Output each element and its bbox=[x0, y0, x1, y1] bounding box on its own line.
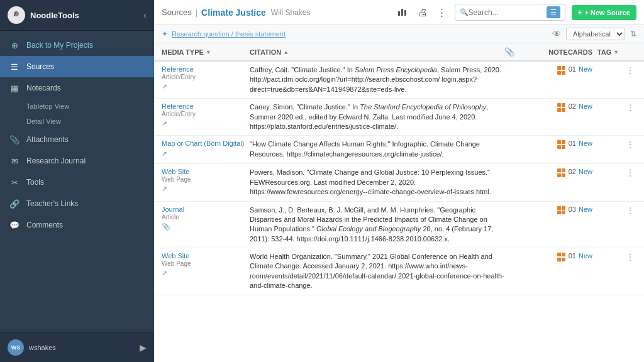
external-link-icon[interactable]: ➚ bbox=[162, 119, 250, 128]
external-link-icon[interactable]: ➚ bbox=[162, 82, 250, 90]
external-link-icon[interactable]: ➚ bbox=[162, 150, 250, 158]
eye-icon[interactable]: 👁 bbox=[552, 29, 561, 39]
sidebar-nav: ⊕ Back to My Projects ☰ Sources ▦ Noteca… bbox=[0, 31, 154, 332]
notecards-icon: ▦ bbox=[9, 82, 20, 94]
table-row: Web Site Web Page ➚ Powers, Madison. "Cl… bbox=[154, 164, 644, 201]
sidebar-item-detail[interactable]: Detail View bbox=[0, 114, 154, 129]
row-more-button[interactable]: ⋮ bbox=[624, 168, 636, 178]
media-type-cell: Web Site Web Page ➚ bbox=[162, 168, 250, 193]
new-source-button[interactable]: + + New Source bbox=[572, 5, 636, 20]
row-more-button[interactable]: ⋮ bbox=[624, 65, 636, 75]
avatar: WS bbox=[8, 339, 24, 356]
sidebar-item-label: Back to My Projects bbox=[26, 41, 93, 50]
media-type-link[interactable]: Web Site bbox=[162, 252, 250, 260]
sidebar-item-attachments[interactable]: 📎 Attachments bbox=[0, 129, 154, 150]
svg-rect-3 bbox=[401, 9, 403, 16]
sidebar-toggle-icon[interactable]: ‹ bbox=[143, 10, 147, 20]
subheader: ✦ Research question / thesis statement 👁… bbox=[154, 25, 644, 43]
sort-options-icon[interactable]: ⇅ bbox=[630, 30, 636, 38]
sort-arrow-media-type[interactable]: ▼ bbox=[206, 49, 211, 55]
comments-icon: 💬 bbox=[9, 219, 20, 231]
bar-chart-icon[interactable] bbox=[396, 4, 409, 20]
citation-cell: Caffrey, Cait. "Climate Justice." In Sal… bbox=[250, 65, 504, 94]
thesis-link[interactable]: Research question / thesis statement bbox=[172, 30, 286, 38]
sidebar-item-sources[interactable]: ☰ Sources bbox=[0, 56, 154, 77]
notecard-cell: 03 New bbox=[555, 206, 592, 215]
sidebar-item-back[interactable]: ⊕ Back to My Projects bbox=[0, 35, 154, 56]
sidebar-item-teacher-links[interactable]: 🔗 Teacher's Links bbox=[0, 193, 154, 214]
table-header: MEDIA TYPE ▼ CITATION ▲ 📎 NOTECARDS TAG … bbox=[154, 43, 644, 62]
subheader-right: 👁 Alphabetical ⇅ bbox=[552, 28, 636, 40]
external-link-icon[interactable]: ➚ bbox=[162, 269, 250, 277]
sort-arrow-citation[interactable]: ▲ bbox=[283, 49, 289, 55]
row-more-button[interactable]: ⋮ bbox=[624, 252, 636, 262]
sidebar: NoodleTools ‹ ⊕ Back to My Projects ☰ So… bbox=[0, 0, 154, 362]
search-filter-button[interactable]: ☰ bbox=[547, 6, 560, 18]
col-header-media-type: MEDIA TYPE ▼ bbox=[162, 48, 250, 56]
sidebar-item-comments[interactable]: 💬 Comments bbox=[0, 214, 154, 236]
notecard-new-link[interactable]: New bbox=[579, 252, 592, 260]
sidebar-item-label: Comments bbox=[26, 221, 63, 229]
media-type-link[interactable]: Reference bbox=[162, 65, 250, 73]
header-icons: 🖨 ⋮ 🔍 ☰ + + New Source bbox=[396, 4, 636, 21]
notecard-cell: 01 New bbox=[555, 140, 592, 149]
notecard-cell: 02 New bbox=[555, 102, 592, 112]
notecard-cell: 01 New bbox=[555, 65, 592, 75]
notecard-cell: 01 New bbox=[555, 252, 592, 261]
citation-cell: Powers, Madison. "Climate Change and Glo… bbox=[250, 168, 504, 197]
row-more-button[interactable]: ⋮ bbox=[624, 140, 636, 150]
sidebar-item-label: Tabletop View bbox=[26, 102, 69, 110]
notecard-new-link[interactable]: New bbox=[579, 206, 592, 213]
sidebar-item-tabletop[interactable]: Tabletop View bbox=[0, 99, 154, 114]
notecard-new-link[interactable]: New bbox=[579, 65, 592, 73]
notecard-new-link[interactable]: New bbox=[579, 140, 592, 147]
row-more-button[interactable]: ⋮ bbox=[624, 102, 636, 112]
notecard-icon bbox=[557, 206, 566, 215]
search-icon: 🔍 bbox=[460, 8, 469, 16]
external-link-icon[interactable]: ➚ bbox=[162, 185, 250, 193]
media-subtype: Article bbox=[162, 214, 250, 221]
main-content: Sources | Climate Justice Will Shakes 🖨 … bbox=[154, 0, 644, 362]
header-divider: | bbox=[196, 8, 197, 17]
media-subtype: Article/Entry bbox=[162, 74, 250, 80]
media-subtype: Web Page bbox=[162, 260, 250, 267]
sidebar-logo: NoodleTools ‹ bbox=[0, 0, 154, 31]
sidebar-item-tools[interactable]: ✂ Tools bbox=[0, 172, 154, 193]
print-icon[interactable]: 🖨 bbox=[416, 5, 429, 19]
sidebar-item-label: Sources bbox=[26, 62, 54, 71]
sidebar-item-notecards[interactable]: ▦ Notecards bbox=[0, 77, 154, 99]
sidebar-item-label: Attachments bbox=[26, 135, 69, 144]
sort-dropdown[interactable]: Alphabetical bbox=[566, 28, 625, 40]
media-type-cell: Reference Article/Entry ➚ bbox=[162, 65, 250, 90]
col-header-notecards: NOTECARDS bbox=[555, 48, 592, 56]
sort-arrow-tag[interactable]: ▼ bbox=[613, 49, 619, 55]
new-source-plus-icon: + bbox=[578, 8, 582, 17]
share-icon[interactable]: ▶ bbox=[140, 343, 147, 353]
media-subtype: Web Page bbox=[162, 176, 250, 183]
media-type-link[interactable]: Map or Chart (Born Digital) bbox=[162, 140, 250, 147]
sidebar-item-label: Research Journal bbox=[26, 156, 86, 165]
sidebar-item-label: Teacher's Links bbox=[26, 199, 78, 208]
header-sources-label: Sources bbox=[162, 8, 192, 17]
teacher-links-icon: 🔗 bbox=[9, 198, 20, 209]
notecard-icon bbox=[557, 103, 566, 112]
sidebar-item-label: Detail View bbox=[26, 118, 61, 125]
tools-icon: ✂ bbox=[9, 177, 20, 188]
sources-icon: ☰ bbox=[9, 61, 20, 72]
notecard-icon bbox=[557, 253, 566, 261]
media-subtype: Article/Entry bbox=[162, 111, 250, 118]
row-more-button[interactable]: ⋮ bbox=[624, 206, 636, 216]
notecard-new-link[interactable]: New bbox=[579, 168, 592, 175]
sidebar-bottom: WS wshakes ▶ bbox=[0, 332, 154, 362]
media-type-link[interactable]: Web Site bbox=[162, 168, 250, 175]
media-type-link[interactable]: Journal bbox=[162, 206, 250, 213]
media-type-link[interactable]: Reference bbox=[162, 102, 250, 110]
journal-icon: ✉ bbox=[9, 155, 20, 167]
sources-table: MEDIA TYPE ▼ CITATION ▲ 📎 NOTECARDS TAG … bbox=[154, 43, 644, 362]
table-row: Journal Article 📎 Samson, J., D. Berteau… bbox=[154, 202, 644, 249]
notecard-new-link[interactable]: New bbox=[579, 102, 592, 110]
sidebar-item-journal[interactable]: ✉ Research Journal bbox=[0, 150, 154, 172]
more-options-icon[interactable]: ⋮ bbox=[435, 5, 448, 20]
search-input[interactable] bbox=[469, 8, 544, 17]
col-header-citation: CITATION ▲ bbox=[250, 48, 504, 56]
